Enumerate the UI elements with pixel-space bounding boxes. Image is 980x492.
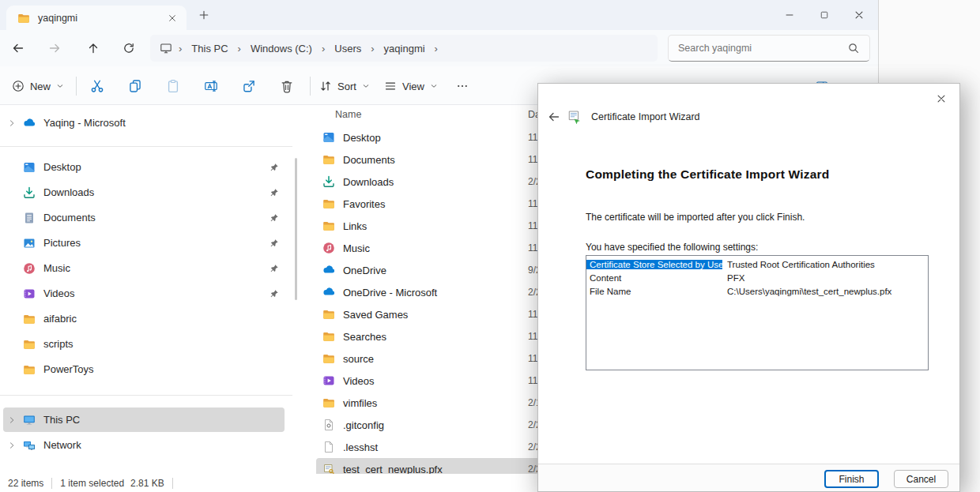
breadcrumb-segment[interactable]: This PC (185, 40, 234, 57)
sidebar-item-aifabric[interactable]: aifabric (3, 306, 285, 331)
finish-button[interactable]: Finish (824, 470, 879, 488)
more-options-button[interactable] (447, 73, 477, 100)
file-name: Documents (343, 154, 395, 166)
search-input[interactable]: Search yaqingmi (668, 35, 870, 62)
sidebar-item-videos[interactable]: Videos (3, 281, 285, 306)
desktop-icon (322, 131, 335, 144)
setting-key: Certificate Store Selected by User (586, 260, 722, 269)
sidebar-item-network[interactable]: Network (3, 433, 285, 457)
copy-icon (128, 79, 142, 93)
chevron-right-icon[interactable] (3, 416, 21, 424)
file-name: vimfiles (343, 397, 377, 409)
sidebar-item-desktop[interactable]: Desktop (3, 155, 285, 179)
column-header-name[interactable]: Name (335, 109, 361, 120)
sidebar-item-pictures[interactable]: Pictures (3, 231, 285, 255)
pin-icon (264, 264, 285, 273)
rename-button[interactable] (196, 73, 226, 100)
sidebar-item-label: Desktop (43, 161, 264, 173)
setting-value: PFX (722, 273, 744, 283)
sort-icon (319, 80, 332, 92)
wizard-back-icon[interactable] (548, 111, 560, 123)
folder-icon (322, 308, 335, 321)
sidebar-item-label: Pictures (43, 237, 264, 249)
file-name: Saved Games (343, 309, 408, 321)
sidebar-item-label: PowerToys (43, 363, 285, 375)
breadcrumb-chevron-icon: › (235, 43, 244, 54)
sidebar-item-downloads[interactable]: Downloads (3, 180, 285, 205)
folder-icon (322, 153, 335, 166)
cut-button[interactable] (82, 73, 112, 100)
new-button[interactable]: New (6, 73, 70, 100)
folder-icon (21, 363, 38, 376)
breadcrumb[interactable]: ›This PC›Windows (C:)›Users›yaqingmi› (150, 35, 658, 62)
tab-close-icon[interactable] (166, 12, 179, 24)
folder-icon (17, 12, 30, 24)
sidebar-item-powertoys[interactable]: PowerToys (3, 357, 285, 381)
pin-icon (264, 289, 285, 299)
file-name: Videos (343, 375, 375, 387)
back-button[interactable] (5, 36, 32, 61)
file-name: Favorites (343, 198, 385, 210)
thispc-icon (21, 414, 38, 426)
sidebar-item-label: Network (43, 439, 285, 451)
breadcrumb-chevron-icon: › (318, 43, 328, 54)
sidebar-item-documents[interactable]: Documents (3, 205, 285, 230)
view-button[interactable]: View (381, 73, 441, 100)
settings-row[interactable]: Certificate Store Selected by UserTruste… (586, 257, 928, 271)
file-name: OneDrive (343, 265, 386, 276)
forward-button[interactable] (41, 36, 68, 61)
explorer-tab[interactable]: yaqingmi (6, 6, 187, 30)
chevron-right-icon[interactable] (3, 441, 21, 449)
breadcrumb-segment[interactable]: Users (328, 40, 368, 57)
chevron-down-icon (56, 82, 64, 90)
sidebar-item-label: scripts (43, 338, 285, 350)
settings-row[interactable]: ContentPFX (586, 271, 928, 284)
dialog-header: Certificate Import Wizard (548, 110, 700, 124)
file-name: Music (343, 242, 370, 254)
pin-icon (264, 163, 285, 172)
folder-icon (322, 396, 335, 409)
breadcrumb-segment[interactable]: Windows (C:) (244, 40, 318, 57)
maximize-button[interactable] (807, 2, 842, 28)
documents-icon (21, 212, 38, 224)
breadcrumb-segment[interactable]: yaqingmi (378, 40, 432, 57)
selection-size: 2.81 KB (130, 478, 164, 489)
copy-button[interactable] (120, 73, 150, 100)
breadcrumb-chevron-icon: › (432, 43, 441, 54)
new-tab-button[interactable] (198, 9, 210, 21)
file-name: .lesshst (343, 441, 378, 453)
sidebar-item-this-pc[interactable]: This PC (3, 407, 285, 432)
delete-button[interactable] (272, 73, 302, 100)
sidebar-item-label: Videos (43, 287, 264, 299)
desktop-icon (21, 161, 38, 174)
sort-button-label: Sort (337, 81, 356, 92)
window-close-button[interactable] (842, 2, 876, 28)
settings-row[interactable]: File NameC:\Users\yaqingmi\test_cert_new… (586, 284, 928, 298)
refresh-button[interactable] (115, 36, 142, 61)
chevron-right-icon[interactable] (3, 119, 21, 127)
settings-table[interactable]: Certificate Store Selected by UserTruste… (586, 255, 929, 370)
sidebar-scrollbar[interactable] (295, 158, 297, 300)
wizard-heading: Completing the Certificate Import Wizard (586, 167, 829, 182)
sidebar-item-scripts[interactable]: scripts (3, 332, 285, 356)
downloads-icon (322, 175, 335, 188)
chevron-down-icon (430, 82, 438, 90)
setting-key: Content (586, 273, 722, 283)
sidebar-item-music[interactable]: Music (3, 256, 285, 280)
cancel-button[interactable]: Cancel (894, 470, 948, 488)
file-name: test_cert_newplus.pfx (343, 464, 443, 475)
up-button[interactable] (80, 36, 107, 61)
dialog-close-icon[interactable] (929, 88, 953, 109)
share-button[interactable] (234, 73, 264, 100)
folder-icon (21, 338, 38, 351)
setting-value: Trusted Root Certification Authorities (722, 260, 875, 269)
sort-ascending-icon (469, 105, 477, 107)
wizard-info-text: The certificate will be imported after y… (586, 212, 805, 223)
minimize-button[interactable] (772, 2, 807, 28)
window-caption-buttons (772, 0, 876, 30)
paste-button[interactable] (158, 73, 188, 100)
sort-button[interactable]: Sort (316, 73, 373, 100)
certificate-wizard-icon (567, 110, 582, 124)
sidebar-item-onedrive[interactable]: Yaqing - Microsoft (3, 111, 285, 135)
sidebar-item-label: aifabric (43, 313, 285, 325)
